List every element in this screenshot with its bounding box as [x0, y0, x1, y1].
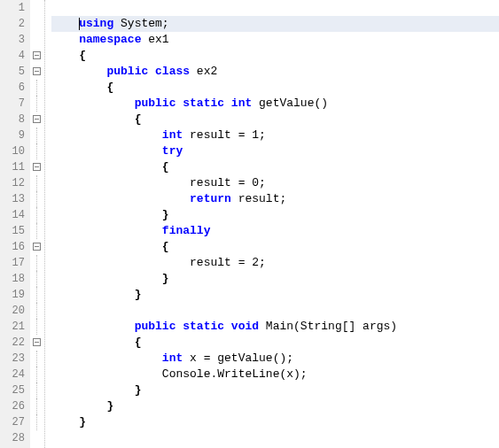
code-line[interactable]: namespace ex1: [51, 32, 499, 48]
margin-edge: [44, 0, 45, 448]
line-number: 1: [0, 0, 25, 16]
line-number: 14: [0, 207, 25, 223]
line-number: 27: [0, 414, 25, 430]
line-number: 25: [0, 382, 25, 398]
code-line[interactable]: {: [51, 48, 499, 64]
code-line[interactable]: [51, 430, 499, 446]
fold-toggle-icon[interactable]: [33, 67, 41, 75]
line-number: 9: [0, 127, 25, 143]
line-number: 26: [0, 398, 25, 414]
line-number: 7: [0, 96, 25, 112]
line-number: 11: [0, 159, 25, 175]
code-line[interactable]: {: [51, 335, 499, 351]
code-line[interactable]: result = 0;: [51, 175, 499, 191]
line-number: 3: [0, 32, 25, 48]
line-number: 6: [0, 80, 25, 96]
code-line[interactable]: result = 2;: [51, 255, 499, 271]
code-line[interactable]: {: [51, 239, 499, 255]
line-number: 18: [0, 271, 25, 287]
code-line[interactable]: {: [51, 80, 499, 96]
code-line[interactable]: public static void Main(String[] args): [51, 319, 499, 335]
code-line[interactable]: }: [51, 207, 499, 223]
line-number: 17: [0, 255, 25, 271]
line-number: 24: [0, 367, 25, 382]
code-line[interactable]: {: [51, 159, 499, 175]
code-editor[interactable]: 1 2 3 4 5 6 7 8 9 10 11 12 13 14 15 16 1…: [0, 0, 499, 448]
line-number: 12: [0, 175, 25, 191]
fold-toggle-icon[interactable]: [33, 243, 41, 251]
code-line[interactable]: int x = getValue();: [51, 351, 499, 367]
code-line[interactable]: return result;: [51, 191, 499, 207]
code-line[interactable]: }: [51, 382, 499, 398]
code-line[interactable]: Console.WriteLine(x);: [51, 367, 499, 382]
line-number: 19: [0, 287, 25, 303]
code-line[interactable]: }: [51, 414, 499, 430]
code-line[interactable]: finally: [51, 223, 499, 239]
code-line[interactable]: [51, 303, 499, 319]
code-line[interactable]: {: [51, 112, 499, 127]
code-line[interactable]: }: [51, 287, 499, 303]
line-number: 2: [0, 16, 25, 32]
line-number: 15: [0, 223, 25, 239]
code-line[interactable]: int result = 1;: [51, 127, 499, 143]
line-number: 20: [0, 303, 25, 319]
fold-toggle-icon[interactable]: [33, 338, 41, 346]
code-line[interactable]: using System;: [51, 16, 499, 32]
code-line[interactable]: }: [51, 271, 499, 287]
code-line[interactable]: }: [51, 398, 499, 414]
line-number: 22: [0, 335, 25, 351]
line-number: 23: [0, 351, 25, 367]
line-number: 8: [0, 112, 25, 127]
fold-toggle-icon[interactable]: [33, 163, 41, 171]
fold-toggle-icon[interactable]: [33, 115, 41, 123]
line-number: 13: [0, 191, 25, 207]
code-line[interactable]: public static int getValue(): [51, 96, 499, 112]
code-line[interactable]: try: [51, 143, 499, 159]
line-number: 10: [0, 143, 25, 159]
line-number: 28: [0, 430, 25, 446]
fold-column: [30, 0, 44, 448]
code-line[interactable]: [51, 0, 499, 16]
line-number: 5: [0, 64, 25, 80]
fold-toggle-icon[interactable]: [33, 51, 41, 59]
line-number: 21: [0, 319, 25, 335]
code-text-area[interactable]: using System; namespace ex1 { public cla…: [44, 0, 499, 448]
line-number: 16: [0, 239, 25, 255]
line-number-gutter: 1 2 3 4 5 6 7 8 9 10 11 12 13 14 15 16 1…: [0, 0, 30, 448]
line-number: 4: [0, 48, 25, 64]
code-line[interactable]: public class ex2: [51, 64, 499, 80]
